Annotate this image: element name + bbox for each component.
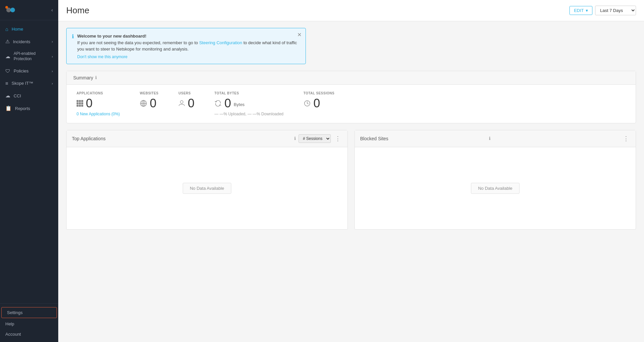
sidebar-item-label: Reports	[15, 106, 30, 111]
steering-config-link[interactable]: Steering Configuration	[199, 40, 242, 45]
sidebar-item-incidents[interactable]: ⚠ Incidents ›	[0, 35, 58, 48]
svg-point-2	[5, 6, 8, 9]
metric-websites: WEBSITES 0	[140, 91, 158, 110]
users-icon	[178, 100, 185, 107]
welcome-alert-banner: ℹ Welcome to your new dashboard! If you …	[66, 28, 306, 64]
chevron-right-icon: ›	[52, 55, 53, 58]
applications-icon	[77, 100, 83, 107]
sidebar-item-settings[interactable]: Settings	[1, 307, 57, 318]
netskope-logo-icon	[5, 5, 16, 15]
metric-total-bytes: TOTAL BYTES 0 Bytes — —% Uploaded, — —% …	[214, 91, 283, 116]
sidebar-item-api-protection[interactable]: ☁ API-enabled Protection ›	[0, 48, 58, 65]
api-protection-icon: ☁	[5, 54, 10, 59]
top-applications-header: Top Applications ℹ # Sessions Bytes # Us…	[67, 130, 347, 147]
chevron-down-icon: ▾	[586, 8, 588, 13]
sidebar-item-help[interactable]: Help	[0, 319, 58, 329]
time-range-select[interactable]: Last 7 Days Last 24 Hours Last 30 Days	[595, 6, 636, 15]
main-content: Home EDIT ▾ Last 7 Days Last 24 Hours La…	[58, 0, 644, 342]
incidents-icon: ⚠	[5, 39, 10, 45]
metric-users: USERS 0	[178, 91, 194, 110]
metric-total-sessions: TOTAL SESSIONS 0	[304, 91, 334, 110]
top-applications-filter-select[interactable]: # Sessions Bytes # Users	[299, 134, 331, 143]
main-header: Home EDIT ▾ Last 7 Days Last 24 Hours La…	[58, 0, 644, 21]
top-applications-body: No Data Available	[67, 147, 347, 229]
top-applications-menu-button[interactable]: ⋮	[333, 134, 342, 143]
sidebar-item-label: CCI	[14, 93, 21, 98]
blocked-sites-menu-button[interactable]: ⋮	[622, 134, 630, 143]
header-actions: EDIT ▾ Last 7 Days Last 24 Hours Last 30…	[569, 6, 636, 15]
chevron-right-icon: ›	[52, 69, 53, 73]
top-applications-widget: Top Applications ℹ # Sessions Bytes # Us…	[66, 130, 348, 230]
bytes-sub: — —% Uploaded, — —% Downloaded	[214, 112, 283, 116]
main-body: ℹ Welcome to your new dashboard! If you …	[58, 21, 644, 342]
dont-show-link[interactable]: Don't show me this anymore	[77, 55, 300, 59]
policies-icon: 🛡	[5, 68, 10, 74]
sidebar-collapse-button[interactable]: ‹	[51, 7, 53, 13]
sidebar-item-label: Policies	[14, 68, 29, 73]
sidebar-item-skope-it[interactable]: ≡ Skope IT™ ›	[0, 77, 58, 89]
sessions-clock-icon	[304, 100, 311, 107]
blocked-sites-header: Blocked Sites ℹ ⋮	[355, 130, 636, 147]
bytes-value: 0	[224, 96, 231, 110]
top-applications-title: Top Applications	[72, 136, 292, 141]
bytes-refresh-icon	[214, 100, 222, 107]
blocked-sites-body: No Data Available	[355, 147, 636, 229]
blocked-sites-info-icon[interactable]: ℹ	[489, 136, 491, 141]
sidebar-navigation: ⌂ Home ⚠ Incidents › ☁ API-enabled Prote…	[0, 20, 58, 303]
summary-info-icon[interactable]: ℹ	[95, 75, 97, 80]
sessions-value: 0	[314, 96, 320, 110]
summary-title: Summary	[73, 75, 93, 80]
blocked-sites-no-data: No Data Available	[471, 183, 519, 194]
sidebar-logo: ‹	[0, 0, 58, 20]
chevron-right-icon: ›	[52, 81, 53, 85]
svg-point-7	[180, 100, 183, 103]
sidebar-item-label: Home	[12, 27, 23, 32]
info-icon: ℹ	[72, 33, 74, 40]
sidebar-item-label: Skope IT™	[12, 81, 33, 86]
websites-value: 0	[150, 96, 156, 110]
skope-it-icon: ≡	[5, 80, 8, 86]
blocked-sites-title: Blocked Sites	[360, 136, 486, 141]
edit-button[interactable]: EDIT ▾	[569, 6, 592, 15]
top-applications-info-icon[interactable]: ℹ	[294, 136, 296, 141]
applications-sub: 0 New Applications (0%)	[77, 112, 120, 116]
users-value: 0	[188, 96, 194, 110]
widgets-row: Top Applications ℹ # Sessions Bytes # Us…	[66, 130, 636, 230]
sidebar-item-account[interactable]: Account	[0, 329, 58, 339]
sidebar-item-cci[interactable]: ☁ CCI	[0, 89, 58, 102]
sidebar-item-label: Incidents	[13, 39, 30, 44]
home-icon: ⌂	[5, 26, 8, 32]
blocked-sites-widget: Blocked Sites ℹ ⋮ No Data Available	[354, 130, 636, 230]
sidebar-item-label: API-enabled Protection	[14, 51, 48, 61]
metric-applications: APPLICATIONS 0 0 New Applications (0%)	[77, 91, 120, 116]
applications-value: 0	[86, 96, 93, 110]
sidebar-item-reports[interactable]: 📋 Reports	[0, 102, 58, 115]
cci-icon: ☁	[5, 93, 10, 99]
sidebar-bottom: Settings Help Account	[0, 303, 58, 342]
summary-card: Summary ℹ APPLICATIONS 0 0 New App	[66, 71, 636, 123]
websites-icon	[140, 100, 147, 107]
alert-dismiss-button[interactable]: ✕	[297, 32, 302, 38]
page-title: Home	[66, 5, 89, 16]
sidebar: ‹ ⌂ Home ⚠ Incidents › ☁ API-enabled Pro…	[0, 0, 58, 342]
sidebar-item-home[interactable]: ⌂ Home	[0, 23, 58, 35]
top-applications-no-data: No Data Available	[183, 183, 231, 194]
sidebar-item-policies[interactable]: 🛡 Policies ›	[0, 65, 58, 77]
bytes-unit: Bytes	[234, 102, 245, 107]
svg-point-1	[10, 8, 15, 12]
alert-text-block: Welcome to your new dashboard! If you ar…	[77, 33, 300, 59]
reports-icon: 📋	[5, 105, 12, 111]
summary-header: Summary ℹ	[67, 71, 636, 85]
alert-content: ℹ Welcome to your new dashboard! If you …	[72, 33, 300, 59]
chevron-right-icon: ›	[52, 40, 53, 44]
summary-body: APPLICATIONS 0 0 New Applications (0%) W…	[67, 85, 636, 123]
